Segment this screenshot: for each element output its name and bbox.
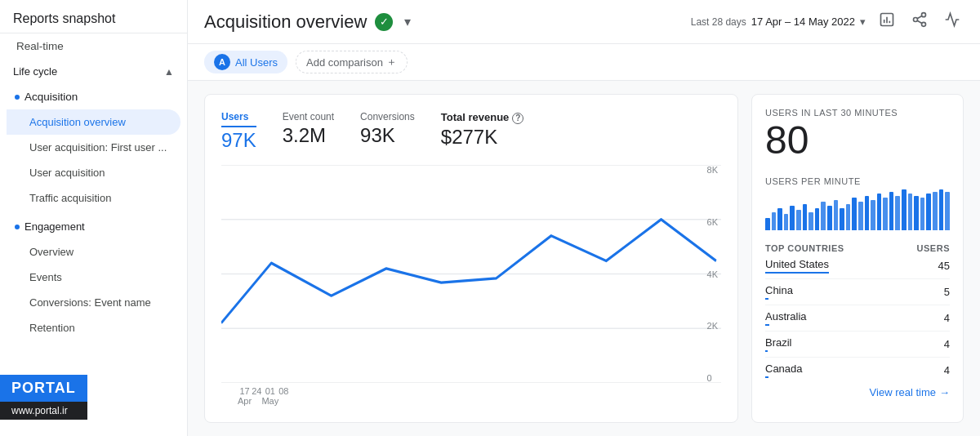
plus-icon: ＋ [386,55,397,69]
metric-users[interactable]: Users97K [221,111,256,152]
country-value: 4 [944,364,950,376]
analytics-icon-button[interactable] [941,8,964,35]
metric-label: Total revenue? [441,111,524,124]
topbar-left: Acquisition overview ✓ ▾ [204,11,414,33]
bar-item [920,198,925,230]
sidebar-item-acquisition-overview[interactable]: Acquisition overview [7,109,180,135]
country-row[interactable]: Australia4 [765,305,950,331]
sidebar-item-traffic-acquisition[interactable]: Traffic acquisition [7,185,187,211]
svg-line-7 [917,20,922,23]
segment-avatar: A [214,54,230,70]
users-label: USERS [917,243,950,253]
bar-item [796,210,801,230]
bar-item [846,204,851,231]
view-realtime-link[interactable]: View real time → [765,386,950,398]
country-row[interactable]: Canada4 [765,358,950,383]
bar-item [914,196,919,231]
date-dropdown-button[interactable]: ▾ [860,16,866,28]
metric-value: $277K [441,126,524,149]
check-icon: ✓ [375,13,393,31]
country-name: Brazil [765,336,792,349]
sidebar-section-lifecycle[interactable]: Life cycle ▲ [0,59,187,84]
country-row[interactable]: United States45 [765,253,950,279]
bar-item [834,200,839,231]
bar-item [852,198,857,230]
country-bar [765,350,768,352]
bar-item [821,202,826,230]
metric-label: Event count [283,111,334,122]
realtime-number: 80 [765,121,950,160]
country-row[interactable]: China5 [765,279,950,305]
dot-icon-engagement [15,225,20,229]
bar-item [871,200,875,231]
countries-rows: United States45China5Australia4Brazil4Ca… [765,253,950,383]
bar-item [902,189,906,230]
sidebar-item-conversions[interactable]: Conversions: Event name [7,290,187,315]
date-value: 17 Apr – 14 May 2022 [751,16,855,28]
bar-item [865,196,870,231]
segment-label: All Users [235,56,278,69]
upm-section: USERS PER MINUTE [765,170,950,230]
metric-label: Conversions [360,111,415,122]
realtime-label: USERS IN LAST 30 MINUTES [765,108,950,118]
svg-point-4 [922,13,926,17]
country-row[interactable]: Brazil4 [765,331,950,358]
countries-label: TOP COUNTRIES [765,243,844,253]
metric-value: 3.2M [283,124,334,147]
chart-card: Users97KEvent count3.2MConversions93KTot… [204,94,738,423]
page-title: Acquisition overview [204,11,367,33]
svg-point-5 [914,18,918,22]
date-label: Last 28 days [691,16,746,28]
sidebar-section-engagement[interactable]: Engagement [0,214,187,239]
topbar-right: Last 28 days 17 Apr – 14 May 2022 ▾ [691,8,964,35]
sidebar-item-events[interactable]: Events [7,265,187,290]
countries-section: TOP COUNTRIES USERS United States45China… [765,240,950,398]
content-area: Users97KEvent count3.2MConversions93KTot… [188,81,980,436]
title-dropdown-button[interactable]: ▾ [401,12,414,31]
x-label-01may: 01 May [261,386,278,406]
sidebar-item-overview[interactable]: Overview [7,239,187,265]
country-name: China [765,284,793,296]
country-value: 45 [938,260,950,272]
bar-item [840,208,844,231]
bar-item [883,198,888,230]
bar-item [808,212,813,231]
country-value: 5 [944,286,950,298]
svg-line-8 [917,16,922,18]
country-name-cell: Canada [765,363,803,378]
bar-item [772,212,777,231]
x-spacer [288,386,721,406]
country-bar [765,324,769,326]
help-icon[interactable]: ? [512,113,523,124]
sidebar: Reports snapshot Real-time Life cycle ▲ … [0,0,188,436]
svg-point-6 [922,22,926,26]
country-name: Canada [765,363,803,375]
reports-snapshot-link[interactable]: Reports snapshot [0,0,187,33]
metric-conversions[interactable]: Conversions93K [360,111,415,147]
country-bar [765,376,768,378]
sidebar-item-user-acquisition[interactable]: User acquisition [7,160,187,185]
report-icon-button[interactable] [875,8,898,35]
add-comparison-button[interactable]: Add comparison ＋ [296,51,408,73]
metric-total-revenue[interactable]: Total revenue?$277K [441,111,524,149]
upm-label: USERS PER MINUTE [765,176,950,186]
all-users-segment[interactable]: A All Users [204,51,287,73]
sidebar-section-acquisition[interactable]: Acquisition [7,84,187,109]
sidebar-item-retention[interactable]: Retention [7,315,187,340]
x-axis: 17 Apr 24 01 May 08 [221,383,721,406]
bar-item [908,194,913,230]
chart-area: 8K 6K 4K 2K 0 [221,165,721,383]
sidebar-item-user-acquisition-first[interactable]: User acquisition: First user ... [7,135,187,160]
metric-event-count[interactable]: Event count3.2M [283,111,334,147]
bar-item [777,208,782,231]
sidebar-item-realtime[interactable]: Real-time [0,33,187,59]
metric-value: 93K [360,124,415,147]
arrow-icon: → [939,386,950,398]
x-label-08: 08 [278,386,288,406]
bar-item [803,204,808,231]
bar-item [945,192,950,231]
date-range: Last 28 days 17 Apr – 14 May 2022 ▾ [691,16,866,28]
country-value: 4 [944,312,950,324]
share-icon-button[interactable] [908,8,931,35]
bar-item [858,202,863,230]
